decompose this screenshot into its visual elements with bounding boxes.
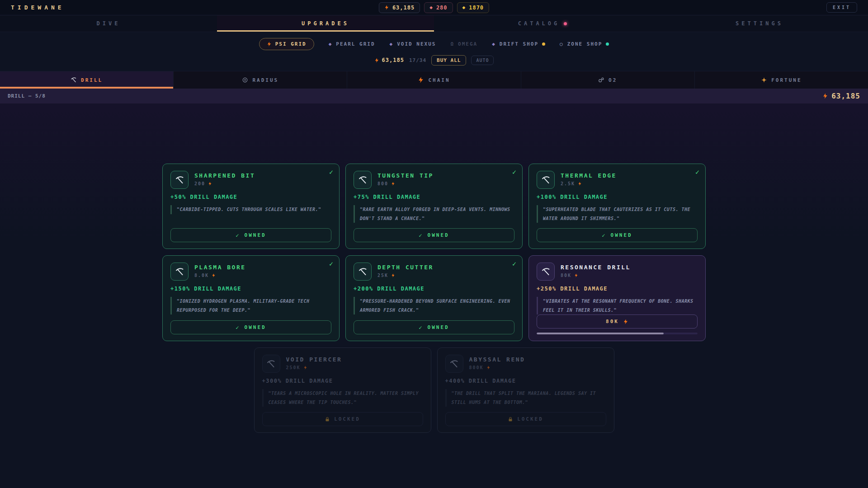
category-tab-radius[interactable]: RADIUS [174, 71, 347, 89]
bolt-icon [303, 366, 307, 370]
upgrade-price-value: 200 [194, 181, 205, 186]
category-tab-label: O2 [609, 77, 617, 83]
bolt-icon [267, 42, 272, 47]
upgrade-title: RESONANCE DRILL [561, 264, 631, 271]
shop-subnav: PSI GRID ◆ PEARL GRID ◆ VOID NEXUS Ω OME… [0, 37, 868, 51]
upgrade-effect: +75% DRILL DAMAGE [354, 194, 514, 200]
upgrade-effect: +50% DRILL DAMAGE [170, 194, 331, 200]
status-amount: 63,185 [822, 92, 860, 100]
category-progress-label: DRILL — 5/8 [8, 93, 46, 99]
upgrade-action-button[interactable]: ✓OWNED [170, 320, 331, 334]
bolt-icon [574, 273, 578, 277]
status-amount-value: 63,185 [831, 92, 860, 100]
upgrade-action-button[interactable]: LOCKED [445, 412, 606, 426]
category-tab-label: CHAIN [428, 77, 450, 83]
upgrade-action-button[interactable]: LOCKED [262, 412, 423, 426]
subnav-item-label: PEARL GRID [336, 41, 375, 47]
upgrade-price-value: 2.5K [561, 181, 575, 186]
main-nav: DIVE UPGRADES CATALOG SETTINGS [0, 15, 868, 32]
upgrade-price-value: 8.0K [194, 273, 209, 278]
subnav-item-zone-shop[interactable]: ○ ZONE SHOP [560, 41, 609, 47]
buy-all-button[interactable]: BUY ALL [431, 55, 466, 66]
bolt-icon [212, 273, 216, 277]
category-tab-drill[interactable]: DRILL [0, 71, 174, 89]
upgrade-action-button[interactable]: ✓OWNED [354, 320, 514, 334]
upgrade-price-value: 800K [469, 365, 484, 370]
upgrade-action-button[interactable]: ✓OWNED [354, 228, 514, 242]
subnav-item-omega[interactable]: Ω OMEGA [450, 41, 477, 47]
subnav-item-psi-grid[interactable]: PSI GRID [259, 38, 314, 50]
category-tab-label: FORTUNE [771, 77, 802, 83]
card-header: DEPTH CUTTER 25K [354, 263, 514, 281]
bolt-icon [623, 319, 628, 324]
category-tab-o2[interactable]: O2 [521, 71, 695, 89]
subnav-item-pearl-grid[interactable]: ◆ PEARL GRID [329, 41, 375, 47]
card-header: VOID PIERCER 250K [262, 355, 423, 373]
subnav-item-label: ZONE SHOP [567, 41, 603, 47]
main-nav-tab-catalog[interactable]: CATALOG [434, 15, 651, 32]
pickaxe-icon [266, 359, 276, 369]
main-nav-tab-label: UPGRADES [302, 20, 349, 27]
subnav-item-void-nexus[interactable]: ◆ VOID NEXUS [390, 41, 436, 47]
category-tab-chain[interactable]: CHAIN [347, 71, 521, 89]
diamond-icon: ◆ [429, 5, 433, 10]
currency-badge: ◆ 280 [424, 2, 453, 13]
upgrade-quote: "SUPERHEATED BLADE THAT CAUTERIZES AS IT… [537, 205, 698, 223]
upgrade-price-value: 80K [561, 273, 571, 278]
upgrade-effect: +150% DRILL DAMAGE [170, 286, 331, 292]
wallet-amount-value: 63,185 [382, 57, 404, 63]
app-title: TIDEWANE [11, 4, 65, 11]
bolt-icon [384, 5, 389, 10]
card-header: TUNGSTEN TIP 800 [354, 171, 514, 189]
owned-check-icon: ✓ [512, 260, 516, 268]
lock-icon [325, 417, 330, 422]
card-header: PLASMA BORE 8.0K [170, 263, 331, 281]
shop-dot [606, 42, 609, 46]
check-icon: ✓ [602, 233, 606, 238]
subnav-item-drift-shop[interactable]: ◆ DRIFT SHOP [492, 41, 545, 47]
upgrade-action-button[interactable]: ✓OWNED [170, 228, 331, 242]
check-icon: ✓ [419, 233, 423, 238]
upgrade-card-sharpened-bit: ✓ SHARPENED BIT 200 +50% DRILL DAMAGE "C… [162, 164, 340, 249]
pickaxe-icon [541, 267, 551, 277]
upgrade-quote: "THE DRILL THAT SPLIT THE MARIANA. LEGEN… [445, 389, 606, 407]
owned-check-icon: ✓ [329, 168, 333, 176]
upgrade-action-button[interactable]: 80K [537, 314, 698, 328]
currency-value: 1870 [469, 5, 484, 11]
upgrade-title: PLASMA BORE [194, 264, 246, 271]
diamond-icon: ◆ [390, 42, 394, 47]
bolt-icon [391, 273, 395, 277]
category-tab-fortune[interactable]: FORTUNE [695, 71, 868, 89]
upgrade-quote: "RARE EARTH ALLOY FORGED IN DEEP-SEA VEN… [354, 205, 514, 223]
main-nav-tab-upgrades[interactable]: UPGRADES [217, 15, 434, 32]
upgrade-action-button[interactable]: ✓OWNED [537, 228, 698, 242]
main-nav-tab-settings[interactable]: SETTINGS [651, 15, 868, 32]
bolt-icon [418, 77, 424, 83]
notification-dot [564, 22, 567, 25]
upgrade-effect: +400% DRILL DAMAGE [445, 378, 606, 384]
pickaxe-icon [449, 359, 459, 369]
upgrade-title: VOID PIERCER [286, 356, 342, 363]
bubbles-icon [598, 77, 604, 83]
main-nav-tab-dive[interactable]: DIVE [0, 15, 217, 32]
upgrade-title: ABYSSAL REND [469, 356, 525, 363]
diamond-icon: ◆ [462, 5, 466, 10]
upgrade-price: 80K [561, 273, 631, 278]
bolt-icon [208, 182, 212, 186]
auto-button[interactable]: AUTO [471, 56, 494, 65]
upgrades-panel: ✓ SHARPENED BIT 200 +50% DRILL DAMAGE "C… [0, 103, 868, 488]
omega-icon: Ω [450, 42, 454, 47]
category-tabs: DRILL RADIUS CHAIN O2 FORTUNE [0, 71, 868, 89]
upgrade-price: 250K [286, 365, 342, 370]
check-icon: ✓ [236, 233, 240, 238]
upgrade-quote: "CARBIDE-TIPPED. CUTS THROUGH SCALES LIK… [170, 205, 331, 214]
exit-button[interactable]: EXIT [826, 2, 857, 13]
top-bar: TIDEWANE 63,185 ◆ 280 ◆ 1870 EXIT [0, 0, 868, 15]
upgrade-effect: +300% DRILL DAMAGE [262, 378, 423, 384]
upgrade-effect: +250% DRILL DAMAGE [537, 286, 698, 292]
owned-check-icon: ✓ [329, 260, 333, 268]
currency-badge: ◆ 1870 [457, 2, 490, 13]
card-header: RESONANCE DRILL 80K [537, 263, 698, 281]
upgrade-effect: +100% DRILL DAMAGE [537, 194, 698, 200]
currency-value: 280 [436, 5, 448, 11]
